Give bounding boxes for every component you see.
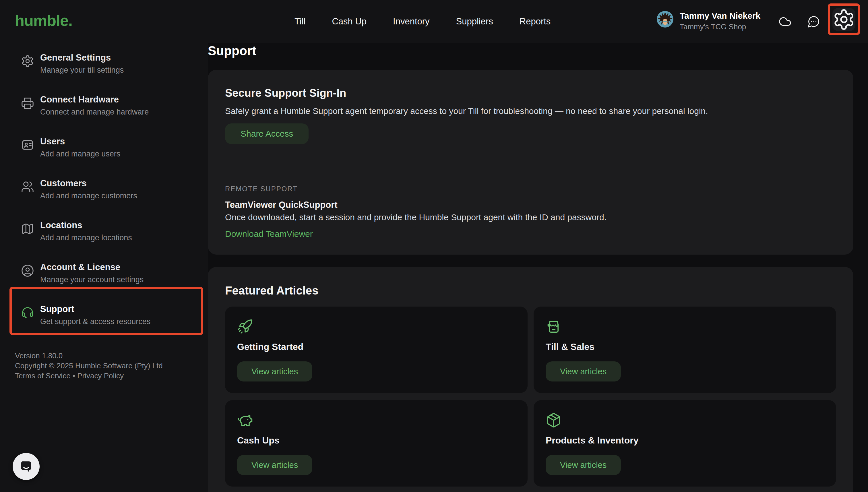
item-subtitle: Add and manage customers (40, 192, 202, 200)
cloud-sync-button[interactable] (778, 15, 792, 28)
featured-articles-heading: Featured Articles (225, 284, 836, 297)
article-title: Till & Sales (546, 342, 824, 352)
article-title: Getting Started (237, 342, 516, 352)
humble-logo[interactable]: humble. (15, 11, 72, 29)
teamviewer-description: Once downloaded, start a session and pro… (225, 213, 836, 222)
share-access-button[interactable]: Share Access (225, 123, 308, 144)
article-title: Products & Inventory (546, 435, 824, 446)
item-subtitle: Add and manage users (40, 150, 202, 158)
view-articles-button[interactable]: View articles (546, 361, 621, 382)
map-icon (21, 222, 34, 236)
item-subtitle: Get support & access resources (40, 317, 202, 326)
secure-support-card: Secure Support Sign-In Safely grant a Hu… (208, 70, 853, 254)
featured-articles-card: Featured Articles Getting Started View a… (208, 267, 853, 492)
item-subtitle: Manage your till settings (40, 66, 202, 75)
nav-till[interactable]: Till (295, 16, 305, 27)
secure-signin-description: Safely grant a Humble Support agent temp… (225, 106, 836, 116)
nav-reports[interactable]: Reports (520, 16, 551, 27)
sidebar-item-connect-hardware[interactable]: Connect Hardware Connect and manage hard… (0, 90, 208, 132)
rocket-icon (237, 319, 253, 335)
view-articles-button[interactable]: View articles (237, 455, 312, 475)
item-title: Locations (40, 220, 202, 230)
main-content: Support Secure Support Sign-In Safely gr… (208, 43, 868, 492)
item-title: General Settings (40, 52, 202, 63)
view-articles-button[interactable]: View articles (237, 361, 312, 382)
sidebar-item-support[interactable]: Support Get support & access resources (0, 300, 208, 342)
item-subtitle: Manage your account settings (40, 275, 202, 284)
item-title: Customers (40, 178, 202, 189)
headset-icon (21, 306, 34, 319)
user-shop: Tammy's TCG Shop (680, 22, 760, 31)
id-card-icon (21, 138, 34, 152)
package-icon (546, 412, 562, 428)
item-title: Account & License (40, 262, 202, 272)
item-title: Support (40, 304, 202, 314)
teamviewer-title: TeamViewer QuickSupport (225, 200, 836, 210)
topbar: humble. Till Cash Up Inventory Suppliers… (0, 0, 868, 43)
copyright: Copyright © 2025 Humble Software (Pty) L… (15, 361, 163, 371)
legal-links: Terms of Service • Privacy Policy (15, 371, 163, 381)
app-version: Version 1.80.0 (15, 351, 163, 361)
nav-suppliers[interactable]: Suppliers (456, 16, 493, 27)
printer-icon (21, 96, 34, 109)
nav-inventory[interactable]: Inventory (393, 16, 430, 27)
page-title: Support (208, 44, 256, 58)
gear-icon (21, 54, 34, 68)
gear-icon (833, 8, 855, 31)
item-title: Users (40, 137, 202, 147)
user-circle-icon (21, 264, 34, 277)
view-articles-button[interactable]: View articles (546, 455, 621, 475)
sidebar-item-locations[interactable]: Locations Add and manage locations (0, 216, 208, 258)
user-name: Tammy Van Niekerk (680, 11, 760, 21)
item-subtitle: Add and manage locations (40, 233, 202, 242)
user-menu[interactable]: Tammy Van Niekerk Tammy's TCG Shop (657, 11, 760, 31)
sidebar-item-general-settings[interactable]: General Settings Manage your till settin… (0, 48, 208, 90)
app-window: humble. Till Cash Up Inventory Suppliers… (0, 0, 868, 492)
settings-button[interactable] (833, 8, 855, 31)
separator-dot: • (73, 371, 75, 380)
article-card-till-sales: Till & Sales View articles (534, 306, 836, 393)
sidebar-item-account-license[interactable]: Account & License Manage your account se… (0, 258, 208, 300)
people-icon (21, 180, 34, 194)
storefront-icon (546, 319, 562, 335)
help-chat-launcher[interactable] (13, 453, 40, 480)
secure-signin-heading: Secure Support Sign-In (225, 87, 836, 99)
avatar (657, 11, 673, 28)
article-title: Cash Ups (237, 435, 516, 446)
article-card-getting-started: Getting Started View articles (225, 306, 527, 393)
sidebar-item-users[interactable]: Users Add and manage users (0, 132, 208, 174)
chat-button[interactable] (807, 15, 820, 28)
article-card-products-inventory: Products & Inventory View articles (534, 400, 836, 487)
articles-grid: Getting Started View articles Till & Sal… (225, 306, 836, 492)
nav-cash-up[interactable]: Cash Up (332, 16, 367, 27)
piggy-bank-icon (237, 412, 253, 428)
remote-support-label: REMOTE SUPPORT (225, 185, 836, 193)
settings-sidebar: General Settings Manage your till settin… (0, 43, 208, 492)
user-text: Tammy Van Niekerk Tammy's TCG Shop (680, 11, 760, 31)
section-divider (225, 176, 836, 176)
terms-of-service-link[interactable]: Terms of Service (15, 371, 71, 380)
top-navigation: Till Cash Up Inventory Suppliers Reports (295, 0, 550, 43)
chat-bubble-icon (19, 459, 33, 474)
sidebar-item-customers[interactable]: Customers Add and manage customers (0, 174, 208, 216)
item-subtitle: Connect and manage hardware (40, 108, 202, 117)
download-teamviewer-link[interactable]: Download TeamViewer (225, 229, 313, 239)
item-title: Connect Hardware (40, 94, 202, 105)
article-card-cash-ups: Cash Ups View articles (225, 400, 527, 487)
privacy-policy-link[interactable]: Privacy Policy (77, 371, 124, 380)
sidebar-footer: Version 1.80.0 Copyright © 2025 Humble S… (15, 351, 163, 381)
